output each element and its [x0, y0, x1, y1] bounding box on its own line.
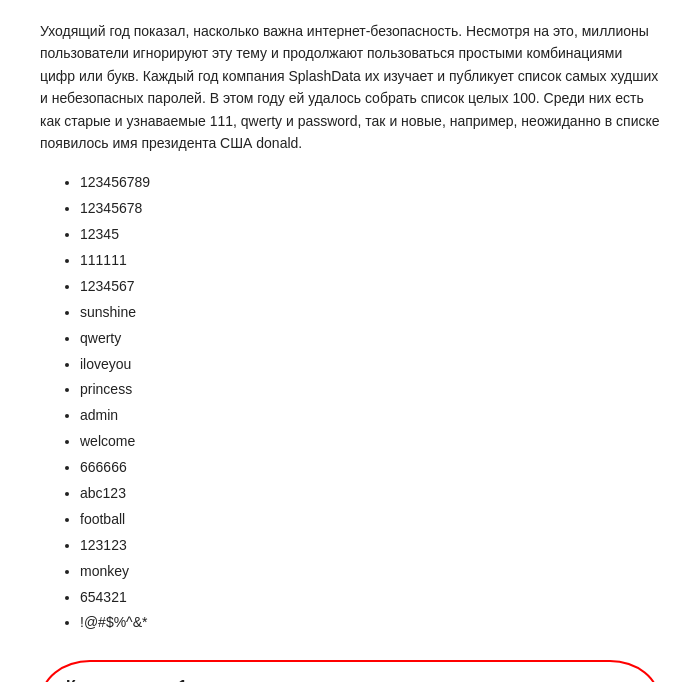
password-list-item: princess	[80, 377, 660, 403]
password-list-item: monkey	[80, 559, 660, 585]
article-body: Уходящий год показал, насколько важна ин…	[40, 20, 660, 636]
password-list-item: football	[80, 507, 660, 533]
article-paragraph: Уходящий год показал, насколько важна ин…	[40, 20, 660, 154]
password-list-item: !@#$%^&*	[80, 610, 660, 636]
password-list-item: 12345	[80, 222, 660, 248]
password-list-item: qwerty	[80, 326, 660, 352]
password-list-item: 654321	[80, 585, 660, 611]
password-list-item: 123456789	[80, 170, 660, 196]
password-list-item: abc123	[80, 481, 660, 507]
comments-count: 1	[178, 678, 187, 682]
comments-label: Комментарии	[66, 678, 174, 682]
password-list-item: 111111	[80, 248, 660, 274]
password-list-item: 1234567	[80, 274, 660, 300]
comments-heading: Комментарии 1	[66, 678, 634, 682]
password-list-item: iloveyou	[80, 352, 660, 378]
password-list-item: 666666	[80, 455, 660, 481]
comments-section: Комментарии 1 антон 2 часа назад !@#$%^&…	[40, 660, 660, 682]
password-list-item: sunshine	[80, 300, 660, 326]
password-list-item: 123123	[80, 533, 660, 559]
password-list: 12345678912345678123451111111234567sunsh…	[80, 170, 660, 636]
password-list-item: admin	[80, 403, 660, 429]
password-list-item: welcome	[80, 429, 660, 455]
password-list-item: 12345678	[80, 196, 660, 222]
